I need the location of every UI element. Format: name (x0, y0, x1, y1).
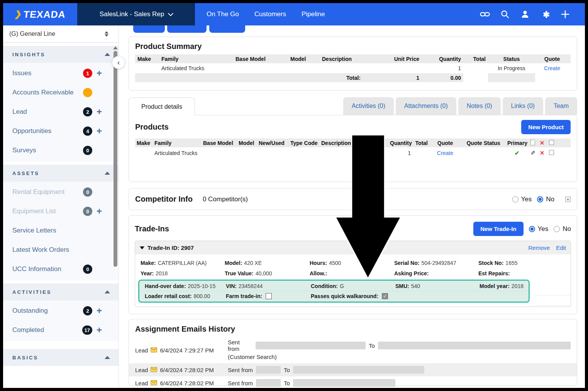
product-summary-title: Product Summary (135, 42, 571, 51)
add-outstanding-activity-button[interactable]: + (95, 307, 103, 315)
sidebar-item-rental-equipment[interactable]: Rental Equipment 0 + (3, 182, 119, 202)
add-icon[interactable] (560, 9, 570, 19)
sidebar-item-service-letters[interactable]: Service Letters (3, 221, 119, 240)
tab-links[interactable]: Links (0) (503, 97, 543, 115)
to-label: To (369, 342, 375, 349)
col-total: Total (412, 140, 429, 146)
redacted-sender (256, 366, 281, 374)
create-quote-link[interactable]: Create (535, 65, 569, 71)
sidebar-collapse-button[interactable]: ‹ (112, 56, 125, 69)
total-quantity-value: 1 (363, 73, 422, 82)
product-summary-header-row: Make Family Base Model Model Description… (135, 54, 571, 63)
trade-in-card: Trade-In ID: 2907 Remove Edit Make:CATER… (135, 241, 571, 307)
line-selector-dropdown[interactable]: (G) General Line (3, 25, 119, 43)
sidebar-item-latest-work-orders[interactable]: Latest Work Orders (3, 240, 119, 260)
add-issue-button[interactable]: + (95, 69, 103, 77)
passes-quick-walkaround-checkbox[interactable]: ✓ (382, 293, 388, 299)
redacted-sender (256, 342, 366, 349)
tab-team[interactable]: Team (545, 97, 577, 115)
section-header-basics[interactable]: BASICS (3, 349, 119, 366)
scrollbar-up-arrow[interactable] (113, 46, 118, 49)
col-quote-status: Quote Status (461, 140, 506, 146)
expand-icon[interactable]: + (565, 197, 571, 202)
tab-notes[interactable]: Notes (0) (458, 97, 501, 115)
new-document-icon[interactable] (528, 140, 537, 147)
chevron-down-icon (168, 10, 173, 16)
section-header-activities[interactable]: ACTIVITIES (3, 283, 119, 300)
total-amount-value: 0.00 (422, 73, 463, 82)
sidebar-item-equipment-list[interactable]: Equipment List 0 + (3, 202, 119, 221)
issues-count-badge: 1 (83, 69, 92, 78)
edit-pencil-icon[interactable]: ✎ (528, 150, 537, 157)
tab-activities[interactable]: Activities (0) (343, 97, 394, 115)
section-assets: ASSETS Rental Equipment 0 + Equipment Li… (3, 165, 119, 280)
sent-from-label: Sent from (228, 339, 252, 352)
sidebar-item-surveys[interactable]: Surveys 0 + (3, 141, 119, 160)
sidebar-item-issues[interactable]: Issues 1 + (3, 64, 119, 83)
col-unit-price: Unit Price (363, 56, 422, 62)
col-type-code: Type Code (289, 140, 320, 146)
sidebar-item-lead[interactable]: Lead 2 + (3, 102, 119, 121)
delete-row-icon[interactable]: ✕ (537, 150, 547, 157)
sidebar-item-accounts-receivable[interactable]: Accounts Receivable + (3, 83, 119, 102)
remove-trade-in-link[interactable]: Remove (528, 244, 550, 251)
equipment-list-count-badge: 0 (83, 207, 92, 216)
competitor-yes-radio[interactable] (512, 196, 519, 202)
envelope-icon[interactable] (151, 347, 157, 354)
products-header-row: Make Family Base Model Model New/Used Ty… (135, 138, 571, 147)
col-description: Description (320, 140, 353, 146)
texada-chevron-icon: ❯ (14, 9, 23, 19)
scrollbar-thumb[interactable] (114, 51, 117, 267)
competitor-no-radio[interactable] (537, 196, 543, 202)
create-quote-link[interactable]: Create (429, 150, 461, 156)
settings-icon[interactable] (540, 9, 550, 19)
app-selector-label: SalesLink - Sales Rep (100, 10, 164, 18)
edit-trade-in-link[interactable]: Edit (556, 244, 566, 251)
tab-attachments[interactable]: Attachments (0) (396, 97, 456, 115)
sidebar-item-completed[interactable]: Completed 17 + (3, 320, 119, 340)
assignment-emails-panel: Assignment Emails History Lead 6/4/2024 … (129, 319, 577, 386)
trade-in-card-header[interactable]: Trade-In ID: 2907 Remove Edit (135, 241, 571, 254)
col-family: Family (153, 140, 202, 146)
search-icon[interactable] (500, 9, 510, 19)
nav-item-customers[interactable]: Customers (254, 10, 286, 18)
email-timestamp: 6/4/2024 7:28:02 PM (160, 380, 214, 386)
tab-product-details[interactable]: Product details (129, 98, 195, 115)
section-header-insights[interactable]: INSIGHTS (3, 46, 119, 63)
row-checkbox[interactable] (547, 150, 556, 156)
section-header-assets[interactable]: ASSETS (3, 165, 119, 182)
nav-item-pipeline[interactable]: Pipeline (302, 10, 325, 18)
app-frame: ❯ TEXADA SalesLink - Sales Rep On The Go… (3, 3, 585, 388)
trade-in-yes-radio[interactable] (529, 226, 535, 232)
add-completed-activity-button[interactable]: + (95, 326, 103, 334)
sidebar-item-ucc-information[interactable]: UCC Information 0 + (3, 260, 119, 279)
rental-equipment-count-badge: 0 (83, 187, 92, 197)
delete-all-icon[interactable]: ✕ (537, 140, 547, 147)
link-icon[interactable] (480, 9, 490, 19)
redacted-sender (256, 379, 281, 387)
trade-in-yes-label: Yes (538, 225, 549, 233)
sidebar-item-outstanding[interactable]: Outstanding 2 + (3, 301, 119, 320)
nav-item-on-the-go[interactable]: On The Go (207, 10, 239, 18)
trade-in-highlight-row-2: Loader retail cost:800.00 Farm trade-in:… (139, 291, 529, 301)
add-opportunity-button[interactable]: + (95, 127, 103, 135)
texada-logo[interactable]: ❯ TEXADA (3, 9, 77, 20)
user-icon[interactable] (520, 9, 530, 19)
sidebar-item-opportunities[interactable]: Opportunities 4 + (3, 121, 119, 141)
select-all-checkbox[interactable] (547, 140, 556, 146)
col-primary: Primary (506, 140, 528, 146)
envelope-icon[interactable] (151, 367, 157, 373)
col-quote: Quote (535, 56, 569, 62)
app-selector-dropdown[interactable]: SalesLink - Sales Rep (77, 3, 195, 25)
trade-in-no-radio[interactable] (554, 226, 560, 232)
col-quote: Quote (429, 140, 461, 146)
new-product-button[interactable]: New Product (521, 120, 571, 134)
sent-from-label: Sent from (228, 380, 253, 386)
total-label: Total: (320, 73, 363, 82)
new-trade-in-button[interactable]: New Trade-In (473, 222, 523, 236)
add-lead-button[interactable]: + (95, 108, 103, 116)
farm-trade-in-checkbox[interactable] (266, 293, 272, 299)
envelope-icon[interactable] (151, 380, 157, 386)
add-equipment-button[interactable]: + (95, 207, 103, 215)
redacted-recipient (293, 379, 395, 387)
